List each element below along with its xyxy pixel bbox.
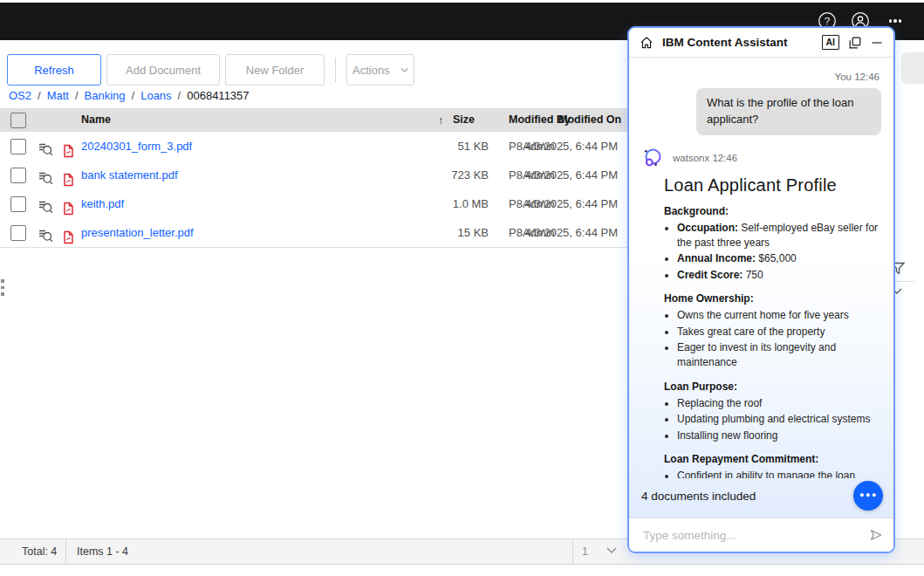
breadcrumb-separator: / xyxy=(132,89,135,102)
refresh-button[interactable]: Refresh xyxy=(7,54,101,86)
assistant-header: IBM Content Assistant AI xyxy=(629,28,893,58)
user-message-meta: You 12:46 xyxy=(641,72,880,82)
documents-included-label: 4 documents included xyxy=(641,490,756,503)
preview-icon[interactable] xyxy=(38,168,53,183)
documents-included-row: 4 documents included ●●● xyxy=(629,478,893,518)
items-range: Items 1 - 4 xyxy=(77,539,128,564)
actions-label: Actions xyxy=(352,64,390,77)
total-count: Total: 4 xyxy=(22,539,57,564)
footer-divider xyxy=(572,539,573,564)
add-document-button[interactable]: Add Document xyxy=(106,54,220,86)
hidden-toolbar-button xyxy=(901,52,924,84)
pdf-icon xyxy=(63,140,74,154)
document-link[interactable]: 20240301_form_3.pdf xyxy=(81,132,192,161)
watsonx-avatar xyxy=(641,147,664,169)
breadcrumb-separator: / xyxy=(75,89,79,102)
bullet-item: Installing new flooring xyxy=(677,429,881,443)
document-link[interactable]: bank statement.pdf xyxy=(81,161,178,189)
table-row[interactable]: bank statement.pdf 723 KB P8Admin 4/3/20… xyxy=(0,161,643,190)
table-row[interactable]: 20240301_form_3.pdf 51 KB P8Admin 4/3/20… xyxy=(0,132,643,161)
column-header-modified-on[interactable]: Modified On xyxy=(558,108,621,132)
assistant-title: IBM Content Assistant xyxy=(662,36,788,49)
page-number-select[interactable]: 1 xyxy=(582,539,588,564)
breadcrumb-item-loans[interactable]: Loans xyxy=(140,89,171,102)
app-window: ? Refresh Add Document New Folder Action… xyxy=(0,0,924,576)
message-list: You 12:46 What is the profile of the loa… xyxy=(629,58,893,478)
chevron-down-icon xyxy=(400,67,408,73)
document-link[interactable]: keith.pdf xyxy=(81,189,124,218)
bot-message-timestamp: watsonx 12:46 xyxy=(673,153,737,163)
preview-icon[interactable] xyxy=(38,196,53,212)
bot-heading: Loan Applicant Profile xyxy=(664,175,881,195)
document-modified-on: 4/3/2025, 6:44 PM xyxy=(489,189,618,218)
toolbar-divider xyxy=(335,58,336,82)
pdf-icon xyxy=(63,168,74,182)
section-heading: Home Ownership: xyxy=(664,292,881,305)
message-section-home-ownership: Home Ownership: Owns the current home fo… xyxy=(664,292,881,371)
ai-badge: AI xyxy=(822,35,840,50)
bullet-item: Annual Income: $65,000 xyxy=(677,251,881,266)
document-modified-on: 4/3/2025, 6:44 PM xyxy=(489,132,618,161)
breadcrumb-item-matt[interactable]: Matt xyxy=(47,89,69,102)
footer-divider xyxy=(65,539,66,564)
page-select-chevron-icon[interactable] xyxy=(606,547,617,554)
section-heading: Loan Repayment Commitment: xyxy=(664,453,881,465)
breadcrumb-item-banking[interactable]: Banking xyxy=(85,89,126,102)
user-message-bubble: What is the profile of the loan applican… xyxy=(696,88,881,135)
document-modified-on: 4/3/2025, 6:44 PM xyxy=(489,161,618,189)
bullet-item: Occupation: Self-employed eBay seller fo… xyxy=(677,221,881,251)
sort-ascending-icon[interactable]: ↑ xyxy=(438,108,444,132)
assistant-body: You 12:46 What is the profile of the loa… xyxy=(629,58,893,518)
breadcrumb-separator: / xyxy=(178,89,181,102)
document-size: 723 KB xyxy=(384,161,489,189)
popout-icon[interactable] xyxy=(848,36,862,50)
document-size: 15 KB xyxy=(384,218,489,247)
document-toolbar: Refresh Add Document New Folder Actions xyxy=(7,54,414,86)
bullet-item: Replacing the roof xyxy=(677,396,881,411)
select-all-checkbox[interactable] xyxy=(10,113,26,128)
table-header: Name ↑ Size Modified By Modified On xyxy=(0,108,643,132)
pdf-icon xyxy=(63,226,74,240)
table-row[interactable]: keith.pdf 1.0 MB P8Admin 4/3/2025, 6:44 … xyxy=(0,189,643,219)
chat-input[interactable] xyxy=(641,528,862,543)
breadcrumb-item-os2[interactable]: OS2 xyxy=(9,89,31,102)
preview-icon[interactable] xyxy=(38,139,53,154)
bullet-item: Updating plumbing and electrical systems xyxy=(677,412,881,427)
bullet-item: Eager to invest in its longevity and mai… xyxy=(677,340,881,371)
document-size: 1.0 MB xyxy=(384,189,489,218)
breadcrumb-current: 0068411357 xyxy=(187,89,249,102)
message-section-background: Background: Occupation: Self-employed eB… xyxy=(664,205,881,284)
bot-message-content: Loan Applicant Profile Background: Occup… xyxy=(664,175,881,478)
row-checkbox[interactable] xyxy=(10,139,26,154)
section-heading: Loan Purpose: xyxy=(664,381,881,393)
bot-message-meta: watsonx 12:46 xyxy=(641,147,881,169)
section-heading: Background: xyxy=(664,205,881,217)
row-checkbox[interactable] xyxy=(10,225,26,241)
document-link[interactable]: presentation_letter.pdf xyxy=(81,218,194,247)
row-checkbox[interactable] xyxy=(10,196,26,212)
breadcrumb-separator: / xyxy=(38,89,41,102)
document-size: 51 KB xyxy=(384,132,489,161)
bullet-item: Takes great care of the property xyxy=(677,325,881,339)
breadcrumb: OS2 / Matt / Banking / Loans / 006841135… xyxy=(9,89,250,102)
table-row[interactable]: presentation_letter.pdf 15 KB P8Admin 4/… xyxy=(0,218,643,248)
bullet-item: Confident in ability to manage the loan … xyxy=(677,469,881,478)
preview-icon[interactable] xyxy=(38,225,53,241)
assistant-overflow-button[interactable]: ●●● xyxy=(853,481,883,511)
minimize-icon[interactable] xyxy=(871,37,883,49)
pane-resize-handle[interactable] xyxy=(1,279,4,299)
new-folder-button[interactable]: New Folder xyxy=(225,54,325,86)
content-assistant-panel: IBM Content Assistant AI You 12:46 What … xyxy=(627,26,895,553)
column-header-size[interactable]: Size xyxy=(453,108,475,132)
actions-dropdown[interactable]: Actions xyxy=(346,54,414,86)
column-header-name[interactable]: Name xyxy=(81,108,111,132)
pdf-icon xyxy=(63,197,74,211)
send-icon[interactable] xyxy=(869,528,883,542)
message-section-loan-purpose: Loan Purpose: Replacing the roof Updatin… xyxy=(664,381,881,443)
message-section-loan-repayment: Loan Repayment Commitment: Confident in … xyxy=(664,453,881,478)
row-checkbox[interactable] xyxy=(10,168,26,183)
bullet-item: Credit Score: 750 xyxy=(677,268,881,283)
document-modified-on: 4/3/2025, 6:44 PM xyxy=(489,218,618,247)
bullet-item: Owns the current home for five years xyxy=(677,308,881,323)
home-icon[interactable] xyxy=(640,36,654,50)
